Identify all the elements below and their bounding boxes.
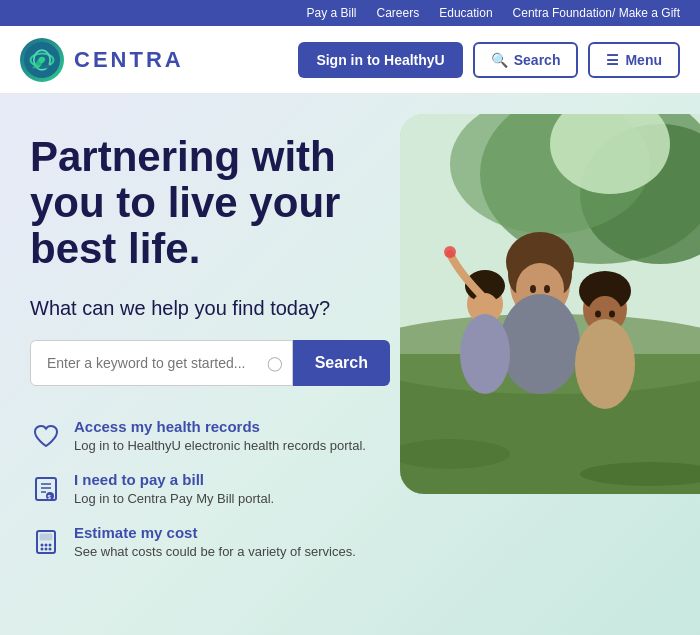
svg-point-16 xyxy=(49,543,52,546)
hero-subheading: What can we help you find today? xyxy=(30,297,390,320)
quick-link-health-records[interactable]: Access my health records Log in to Healt… xyxy=(30,418,390,453)
svg-point-45 xyxy=(575,319,635,409)
quick-link-pay-bill-desc: Log in to Centra Pay My Bill portal. xyxy=(74,491,274,506)
header-actions: Sign in to HealthyU 🔍 Search ☰ Menu xyxy=(298,42,680,78)
svg-point-44 xyxy=(609,311,615,318)
quick-links: Access my health records Log in to Healt… xyxy=(30,418,390,559)
search-input-icon: ◯ xyxy=(267,355,283,371)
utility-link-pay-bill[interactable]: Pay a Bill xyxy=(306,6,356,20)
menu-icon: ☰ xyxy=(606,52,619,68)
quick-link-health-records-desc: Log in to HealthyU electronic health rec… xyxy=(74,438,366,453)
centra-logo-svg xyxy=(24,42,60,78)
hero-search-input[interactable] xyxy=(30,340,293,386)
search-icon: 🔍 xyxy=(491,52,508,68)
menu-button[interactable]: ☰ Menu xyxy=(588,42,680,78)
utility-link-careers[interactable]: Careers xyxy=(377,6,420,20)
search-area: ◯ Search xyxy=(30,340,390,386)
logo-area: CENTRA xyxy=(20,38,184,82)
utility-bar: Pay a Bill Careers Education Centra Foun… xyxy=(0,0,700,26)
search-input-wrap: ◯ xyxy=(30,340,293,386)
svg-point-18 xyxy=(45,547,48,550)
svg-rect-13 xyxy=(40,534,52,540)
svg-point-33 xyxy=(544,285,550,293)
quick-link-estimate-cost[interactable]: Estimate my cost See what costs could be… xyxy=(30,524,390,559)
header-search-button[interactable]: 🔍 Search xyxy=(473,42,579,78)
main-header: CENTRA Sign in to HealthyU 🔍 Search ☰ Me… xyxy=(0,26,700,94)
hero-section: Partnering with you to live your best li… xyxy=(0,94,700,635)
heart-icon xyxy=(30,420,62,452)
svg-point-34 xyxy=(500,294,580,394)
quick-link-estimate-cost-title: Estimate my cost xyxy=(74,524,356,541)
calculator-icon xyxy=(30,526,62,558)
hero-search-button[interactable]: Search xyxy=(293,340,390,386)
svg-point-19 xyxy=(49,547,52,550)
utility-link-foundation[interactable]: Centra Foundation/ Make a Gift xyxy=(513,6,680,20)
hero-content: Partnering with you to live your best li… xyxy=(0,94,420,589)
signin-button[interactable]: Sign in to HealthyU xyxy=(298,42,462,78)
svg-point-15 xyxy=(45,543,48,546)
hero-illustration xyxy=(400,114,700,494)
quick-link-health-records-title: Access my health records xyxy=(74,418,366,435)
svg-point-38 xyxy=(444,246,456,258)
svg-point-32 xyxy=(530,285,536,293)
logo-icon xyxy=(20,38,64,82)
quick-link-estimate-cost-desc: See what costs could be for a variety of… xyxy=(74,544,356,559)
hero-heading: Partnering with you to live your best li… xyxy=(30,134,390,273)
svg-point-14 xyxy=(41,543,44,546)
svg-point-43 xyxy=(595,311,601,318)
bill-icon: $ xyxy=(30,473,62,505)
svg-point-39 xyxy=(460,314,510,394)
svg-point-17 xyxy=(41,547,44,550)
utility-link-education[interactable]: Education xyxy=(439,6,492,20)
logo-text: CENTRA xyxy=(74,47,184,73)
quick-link-pay-bill[interactable]: $ I need to pay a bill Log in to Centra … xyxy=(30,471,390,506)
quick-link-pay-bill-title: I need to pay a bill xyxy=(74,471,274,488)
hero-image xyxy=(400,114,700,494)
